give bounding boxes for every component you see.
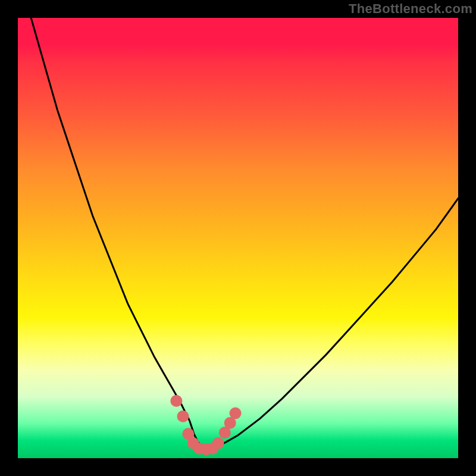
dot-left-1 [170, 395, 182, 407]
plot-area [18, 18, 458, 458]
outer-frame: TheBottleneck.com [0, 0, 476, 476]
dot-body-6 [212, 437, 224, 449]
bottleneck-curve [31, 18, 458, 449]
watermark-text: TheBottleneck.com [349, 1, 472, 17]
marker-group [170, 395, 241, 455]
dot-left-2 [177, 411, 189, 422]
chart-svg [18, 18, 458, 458]
dot-right-3 [230, 408, 242, 419]
